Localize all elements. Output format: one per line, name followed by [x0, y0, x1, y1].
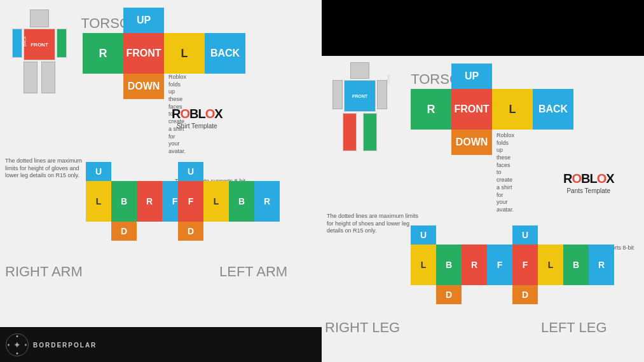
- pants-torso-front: FRONT: [451, 89, 492, 130]
- left-arm-u: U: [178, 162, 203, 181]
- borderpolar-logo-star: ✦: [5, 333, 29, 357]
- right-leg-r: R: [462, 245, 487, 285]
- right-black-bar-top: [322, 0, 644, 56]
- right-panel: FRONT BACK TORSO UP R FRONT L BACK DOWN …: [322, 0, 644, 362]
- right-leg-u: U: [411, 225, 436, 245]
- right-leg-b: B: [436, 245, 462, 285]
- pants-torso-up: UP: [451, 64, 492, 89]
- right-leg-l: L: [411, 245, 436, 285]
- torso-up-shirt: UP: [123, 8, 164, 33]
- right-arm-r: R: [137, 181, 162, 222]
- roblox-wordmark: ROBLOX: [172, 107, 223, 121]
- left-leg-label: LEFT LEG: [541, 319, 607, 336]
- pants-torso-r: R: [411, 89, 451, 130]
- right-leg-d: D: [436, 285, 462, 304]
- right-leg-f: F: [487, 245, 512, 285]
- pants-template-label: Pants Template: [563, 187, 614, 194]
- right-arm-l: L: [86, 181, 111, 222]
- left-arm-r: R: [254, 181, 280, 222]
- roblox-logo-shirt: ROBLOX Shirt Template: [172, 107, 223, 130]
- right-arm-u: U: [86, 162, 111, 181]
- dotted-note-shirt: The dotted lines are maximum limits for …: [5, 158, 94, 180]
- left-arm-label: LEFT ARM: [219, 264, 287, 280]
- torso-l-shirt: L: [164, 33, 205, 74]
- pants-torso-back: BACK: [533, 89, 573, 130]
- shirt-template-label: Shirt Template: [172, 123, 223, 130]
- pants-torso-down: DOWN: [451, 130, 492, 155]
- borderpolar-text: BORDERPOLAR: [33, 342, 97, 349]
- avatar-shirt-preview: FRONT BACK: [5, 10, 80, 117]
- left-leg-f: F: [512, 245, 538, 285]
- left-leg-r: R: [589, 245, 614, 285]
- pants-fold-note: Roblox folds up these faces to create a …: [497, 132, 514, 214]
- avatar-pants-preview: FRONT BACK: [325, 62, 401, 189]
- right-arm-label: RIGHT ARM: [5, 264, 83, 280]
- left-leg-b: B: [563, 245, 589, 285]
- left-leg-u: U: [512, 225, 538, 245]
- left-arm-l: L: [203, 181, 229, 222]
- torso-back-shirt: BACK: [205, 33, 245, 74]
- right-arm-b: B: [111, 181, 137, 222]
- torso-r-shirt: R: [83, 33, 123, 74]
- left-arm-f: F: [178, 181, 203, 222]
- dotted-note-pants: The dotted lines are maximum limits for …: [327, 213, 419, 235]
- left-leg-l: L: [538, 245, 563, 285]
- left-arm-d: D: [178, 222, 203, 241]
- pants-torso-l: L: [492, 89, 533, 130]
- right-leg-label: RIGHT LEG: [325, 319, 400, 336]
- left-arm-b: B: [229, 181, 254, 222]
- left-leg-d: D: [512, 285, 538, 304]
- torso-front-shirt: FRONT: [123, 33, 164, 74]
- left-panel: FRONT BACK TORSO UP R FRONT L BACK: [0, 0, 322, 362]
- roblox-logo-pants: ROBLOX Pants Template: [563, 171, 614, 194]
- torso-down-shirt: DOWN: [123, 74, 164, 99]
- right-arm-d: D: [111, 222, 137, 241]
- pants-roblox-wordmark: ROBLOX: [563, 171, 614, 186]
- borderpolar-brand-overlay: ✦ BORDERPOLAR: [5, 333, 97, 357]
